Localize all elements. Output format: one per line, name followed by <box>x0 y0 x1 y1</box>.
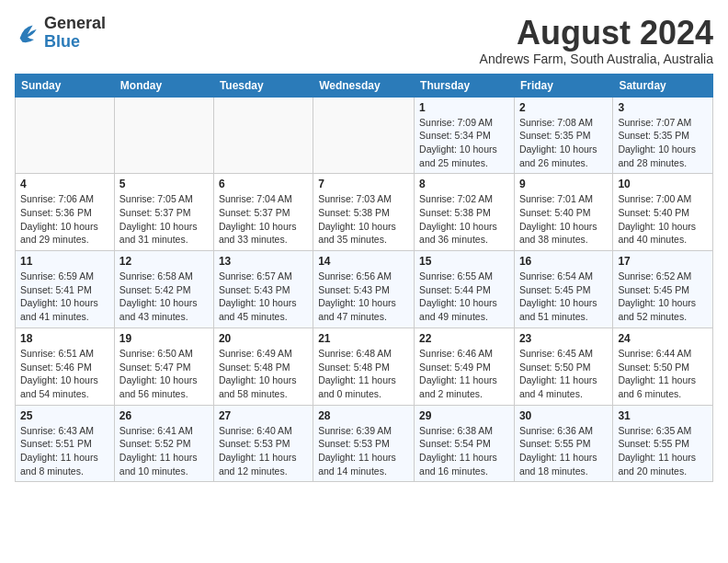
day-number: 25 <box>20 409 109 422</box>
calendar-cell: 12Sunrise: 6:58 AM Sunset: 5:42 PM Dayli… <box>114 251 213 328</box>
day-number: 12 <box>119 255 209 268</box>
day-number: 14 <box>318 255 409 268</box>
calendar-cell: 15Sunrise: 6:55 AM Sunset: 5:44 PM Dayli… <box>415 251 515 328</box>
title-block: August 2024 Andrews Farm, South Australi… <box>480 15 713 66</box>
day-info: Sunrise: 6:45 AM Sunset: 5:50 PM Dayligh… <box>519 347 608 401</box>
day-number: 4 <box>20 178 109 190</box>
calendar-cell: 28Sunrise: 6:39 AM Sunset: 5:53 PM Dayli… <box>313 405 415 482</box>
calendar-cell: 22Sunrise: 6:46 AM Sunset: 5:49 PM Dayli… <box>415 327 515 405</box>
header-cell-wednesday: Wednesday <box>313 74 415 97</box>
day-info: Sunrise: 6:50 AM Sunset: 5:47 PM Dayligh… <box>119 347 209 401</box>
day-number: 24 <box>618 332 708 345</box>
day-info: Sunrise: 6:36 AM Sunset: 5:55 PM Dayligh… <box>519 424 608 478</box>
day-number: 3 <box>618 101 708 114</box>
calendar-cell: 7Sunrise: 7:03 AM Sunset: 5:38 PM Daylig… <box>313 174 415 251</box>
day-info: Sunrise: 6:56 AM Sunset: 5:43 PM Dayligh… <box>318 270 409 324</box>
calendar-cell: 26Sunrise: 6:41 AM Sunset: 5:52 PM Dayli… <box>114 405 213 482</box>
calendar-cell: 9Sunrise: 7:01 AM Sunset: 5:40 PM Daylig… <box>514 174 612 251</box>
day-info: Sunrise: 6:48 AM Sunset: 5:48 PM Dayligh… <box>318 347 409 401</box>
page-header: General Blue August 2024 Andrews Farm, S… <box>15 15 713 66</box>
day-info: Sunrise: 6:41 AM Sunset: 5:52 PM Dayligh… <box>119 424 209 478</box>
day-number: 23 <box>519 332 608 345</box>
day-number: 7 <box>318 178 409 190</box>
day-info: Sunrise: 7:02 AM Sunset: 5:38 PM Dayligh… <box>419 192 509 247</box>
header-row: SundayMondayTuesdayWednesdayThursdayFrid… <box>16 74 713 97</box>
week-row-2: 4Sunrise: 7:06 AM Sunset: 5:36 PM Daylig… <box>16 174 713 251</box>
day-number: 1 <box>419 101 509 114</box>
calendar-table: SundayMondayTuesdayWednesdayThursdayFrid… <box>15 74 713 483</box>
day-number: 15 <box>419 255 509 268</box>
day-number: 8 <box>419 178 509 190</box>
logo-general-text: General <box>44 14 106 32</box>
day-number: 20 <box>219 332 308 345</box>
logo-blue-text: Blue <box>44 32 80 51</box>
calendar-cell: 8Sunrise: 7:02 AM Sunset: 5:38 PM Daylig… <box>415 174 515 251</box>
day-info: Sunrise: 7:06 AM Sunset: 5:36 PM Dayligh… <box>20 192 109 247</box>
calendar-cell <box>114 97 213 174</box>
day-number: 19 <box>119 332 209 345</box>
day-number: 18 <box>20 332 109 345</box>
location-subtitle: Andrews Farm, South Australia, Australia <box>480 52 713 66</box>
day-info: Sunrise: 6:38 AM Sunset: 5:54 PM Dayligh… <box>419 424 509 478</box>
week-row-4: 18Sunrise: 6:51 AM Sunset: 5:46 PM Dayli… <box>16 327 713 405</box>
calendar-cell <box>213 97 313 174</box>
calendar-cell: 3Sunrise: 7:07 AM Sunset: 5:35 PM Daylig… <box>613 97 713 174</box>
logo: General Blue <box>15 15 106 52</box>
calendar-cell: 11Sunrise: 6:59 AM Sunset: 5:41 PM Dayli… <box>16 251 115 328</box>
day-info: Sunrise: 6:52 AM Sunset: 5:45 PM Dayligh… <box>618 270 708 324</box>
header-cell-tuesday: Tuesday <box>213 74 313 97</box>
day-number: 6 <box>219 178 308 190</box>
day-number: 27 <box>219 409 308 422</box>
day-info: Sunrise: 7:04 AM Sunset: 5:37 PM Dayligh… <box>219 192 308 247</box>
calendar-cell: 4Sunrise: 7:06 AM Sunset: 5:36 PM Daylig… <box>16 174 115 251</box>
day-info: Sunrise: 7:09 AM Sunset: 5:34 PM Dayligh… <box>419 116 509 170</box>
day-number: 10 <box>618 178 708 190</box>
calendar-cell <box>16 97 115 174</box>
day-info: Sunrise: 7:05 AM Sunset: 5:37 PM Dayligh… <box>119 192 209 247</box>
header-cell-sunday: Sunday <box>16 74 115 97</box>
day-number: 31 <box>618 409 708 422</box>
day-number: 9 <box>519 178 608 190</box>
header-cell-friday: Friday <box>514 74 612 97</box>
calendar-cell: 25Sunrise: 6:43 AM Sunset: 5:51 PM Dayli… <box>16 405 115 482</box>
day-number: 30 <box>519 409 608 422</box>
day-info: Sunrise: 6:35 AM Sunset: 5:55 PM Dayligh… <box>618 424 708 478</box>
day-number: 26 <box>119 409 209 422</box>
day-info: Sunrise: 6:40 AM Sunset: 5:53 PM Dayligh… <box>219 424 308 478</box>
header-cell-monday: Monday <box>114 74 213 97</box>
calendar-cell: 27Sunrise: 6:40 AM Sunset: 5:53 PM Dayli… <box>213 405 313 482</box>
day-info: Sunrise: 7:01 AM Sunset: 5:40 PM Dayligh… <box>519 192 608 247</box>
day-info: Sunrise: 6:54 AM Sunset: 5:45 PM Dayligh… <box>519 270 608 324</box>
calendar-cell: 16Sunrise: 6:54 AM Sunset: 5:45 PM Dayli… <box>514 251 612 328</box>
day-info: Sunrise: 6:59 AM Sunset: 5:41 PM Dayligh… <box>20 270 109 324</box>
day-info: Sunrise: 6:44 AM Sunset: 5:50 PM Dayligh… <box>618 347 708 401</box>
calendar-cell: 17Sunrise: 6:52 AM Sunset: 5:45 PM Dayli… <box>613 251 713 328</box>
calendar-cell: 23Sunrise: 6:45 AM Sunset: 5:50 PM Dayli… <box>514 327 612 405</box>
calendar-cell: 29Sunrise: 6:38 AM Sunset: 5:54 PM Dayli… <box>415 405 515 482</box>
month-year-title: August 2024 <box>480 15 713 52</box>
day-number: 13 <box>219 255 308 268</box>
day-info: Sunrise: 7:07 AM Sunset: 5:35 PM Dayligh… <box>618 116 708 170</box>
day-number: 28 <box>318 409 409 422</box>
day-number: 21 <box>318 332 409 345</box>
week-row-1: 1Sunrise: 7:09 AM Sunset: 5:34 PM Daylig… <box>16 97 713 174</box>
calendar-cell: 14Sunrise: 6:56 AM Sunset: 5:43 PM Dayli… <box>313 251 415 328</box>
day-info: Sunrise: 6:43 AM Sunset: 5:51 PM Dayligh… <box>20 424 109 478</box>
header-cell-thursday: Thursday <box>415 74 515 97</box>
calendar-cell: 31Sunrise: 6:35 AM Sunset: 5:55 PM Dayli… <box>613 405 713 482</box>
calendar-cell <box>313 97 415 174</box>
calendar-cell: 10Sunrise: 7:00 AM Sunset: 5:40 PM Dayli… <box>613 174 713 251</box>
day-info: Sunrise: 7:00 AM Sunset: 5:40 PM Dayligh… <box>618 192 708 247</box>
day-number: 29 <box>419 409 509 422</box>
day-info: Sunrise: 6:51 AM Sunset: 5:46 PM Dayligh… <box>20 347 109 401</box>
calendar-cell: 24Sunrise: 6:44 AM Sunset: 5:50 PM Dayli… <box>613 327 713 405</box>
calendar-cell: 5Sunrise: 7:05 AM Sunset: 5:37 PM Daylig… <box>114 174 213 251</box>
logo-bird-icon <box>15 20 40 46</box>
week-row-3: 11Sunrise: 6:59 AM Sunset: 5:41 PM Dayli… <box>16 251 713 328</box>
day-number: 5 <box>119 178 209 190</box>
day-info: Sunrise: 6:55 AM Sunset: 5:44 PM Dayligh… <box>419 270 509 324</box>
calendar-cell: 19Sunrise: 6:50 AM Sunset: 5:47 PM Dayli… <box>114 327 213 405</box>
day-info: Sunrise: 6:57 AM Sunset: 5:43 PM Dayligh… <box>219 270 308 324</box>
day-number: 2 <box>519 101 608 114</box>
calendar-cell: 1Sunrise: 7:09 AM Sunset: 5:34 PM Daylig… <box>415 97 515 174</box>
